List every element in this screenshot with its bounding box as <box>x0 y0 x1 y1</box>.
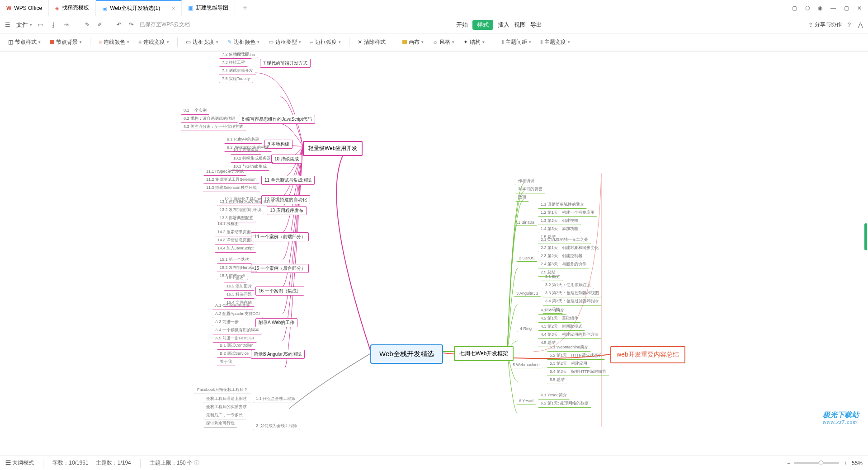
mindmap-node[interactable]: 全栈工程师的实质要求 <box>203 403 250 411</box>
fmt-node-style[interactable]: ◫ 节点样式 ▾ <box>5 38 43 46</box>
mindmap-node[interactable]: 14.1 线框图 <box>215 220 241 228</box>
minimap-indicator[interactable] <box>864 223 867 250</box>
mindmap-node[interactable]: 全栈工程师理念上阐述 <box>203 395 250 403</box>
mindmap-node[interactable]: 14.2 搜索结果页面 <box>215 228 254 236</box>
tab-view[interactable]: 视图 <box>514 21 526 29</box>
folder-icon[interactable]: ▭ <box>37 20 45 29</box>
mindmap-node[interactable]: 16.1 发布 <box>224 274 246 282</box>
mindmap-node[interactable]: 8.2 重构：设容易测试的代码 <box>181 115 238 123</box>
mindmap-node[interactable]: 8.1 一个实例 <box>181 107 209 115</box>
mindmap-node[interactable]: 11.1 RSpec单元测试 <box>203 168 246 176</box>
mindmap-node[interactable]: 15.1 第一个迭代 <box>217 256 252 264</box>
edit-icon[interactable]: ✐ <box>96 20 104 29</box>
mindmap-node[interactable]: 5.1 Webmachine简介 <box>547 343 591 352</box>
branch-seven-weeks[interactable]: 七周七Web开发框架 <box>454 346 514 361</box>
fmt-clear[interactable]: ✕ 清除样式 <box>355 38 388 46</box>
mindmap-node[interactable]: 13.2 发布到虚拟机环境 <box>217 206 264 214</box>
fmt-theme[interactable]: ☼ 风格 ▾ <box>430 38 457 46</box>
mindmap-node[interactable]: 2.4 第3天：与服务的协作 <box>538 260 589 268</box>
mindmap-canvas[interactable]: Web全栈开发精选 轻量级Web应用开发 七周七Web开发框架 web开发重要内… <box>0 52 868 443</box>
mindmap-node[interactable]: 作者访谈 <box>515 177 537 185</box>
wps-home-tab[interactable]: WWPS Office <box>0 0 49 16</box>
undo-icon[interactable]: ↶ <box>115 20 123 29</box>
mindmap-node[interactable]: 11 单元测试与集成测试 <box>261 176 315 185</box>
mindmap-node[interactable]: 1.2 第1天：构建一个书签应用 <box>538 209 597 217</box>
mindmap-node[interactable]: 1 Sinatra <box>515 219 537 226</box>
zoom-out-button[interactable]: − <box>787 460 790 466</box>
mindmap-node[interactable]: 5.5 总结 <box>547 376 567 384</box>
close-icon[interactable]: × <box>172 5 175 12</box>
fmt-spacing[interactable]: ⫴ 主题间距 ▾ <box>499 38 534 46</box>
maximize-icon[interactable]: ▢ <box>844 5 849 11</box>
mindmap-node[interactable]: 1.4 第3天：添加功能 <box>538 225 581 233</box>
mindmap-node[interactable]: 15.2 发布到Heroku <box>217 264 257 272</box>
mindmap-node[interactable]: 13 应用程序发布 <box>267 206 307 215</box>
mindmap-node[interactable]: A.1 CGI的相关背景 <box>212 302 253 310</box>
mindmap-node[interactable]: 14.3 详情信息页面 <box>215 236 254 244</box>
zoom-slider[interactable] <box>794 462 839 464</box>
branch-summary[interactable]: web开发重要内容总结 <box>610 346 685 363</box>
mindmap-node[interactable]: 7.2 依赖库管理 <box>219 52 252 59</box>
mindmap-node[interactable]: 16.2 添加图片 <box>224 282 255 291</box>
download-icon[interactable]: ⭳ <box>49 20 58 29</box>
share-button[interactable]: ⇪ 分享与协作 <box>808 21 842 28</box>
mindmap-node[interactable]: 5.4 第3天：探究HTTP深层细节 <box>547 368 609 376</box>
fmt-border-width[interactable]: ▭ 边框宽度 ▾ <box>183 38 221 46</box>
mindmap-node[interactable]: 关于我 <box>217 358 235 366</box>
tab-style[interactable]: 样式 <box>472 20 493 30</box>
mindmap-node[interactable]: 15 一个案例（后台部分） <box>251 264 309 273</box>
mindmap-node[interactable]: 8.3 关注点分离：另一种实现方式 <box>181 123 246 131</box>
mindmap-node[interactable]: 3.4 第3天：创建过滤器和指令 <box>542 297 602 306</box>
mindmap-node[interactable]: 2.1 CanJS的独一无二之处 <box>538 236 591 244</box>
fmt-node-bg[interactable]: 节点背景 ▾ <box>47 38 85 46</box>
mindmap-node[interactable]: 2.2 第1天：创建对象和同步变化 <box>538 244 601 252</box>
brush-icon[interactable]: ✎ <box>84 20 91 29</box>
mindmap-node[interactable]: 2. 如何成为全栈工程师 <box>253 422 300 430</box>
file-menu[interactable]: 文件 ▾ <box>16 21 32 29</box>
mindmap-node[interactable]: 11.3 搭建Selenium独立环境 <box>203 184 259 192</box>
fmt-width[interactable]: ⫴ 主题宽度 ▾ <box>538 38 573 46</box>
mindmap-node[interactable]: 4 Ring <box>517 325 534 332</box>
mindmap-node[interactable]: 4.4 第3天：构建应用的其他方法 <box>538 331 601 339</box>
mindmap-node[interactable]: 4.3 第2天：时间取模式 <box>538 323 585 331</box>
mindmap-node[interactable]: 10.2 持续集成服务器 <box>231 155 274 163</box>
cube-icon[interactable]: ⬡ <box>805 5 810 11</box>
mindmap-node[interactable]: Facebook只招全栈工程师？ <box>194 386 250 394</box>
redo-icon[interactable]: ↷ <box>127 20 135 29</box>
mindmap-node[interactable]: 11.2 集成测试工具Selenium <box>203 176 259 184</box>
mindmap-node[interactable]: B.2 测试Service <box>217 350 251 358</box>
close-window-icon[interactable]: ✕ <box>857 5 862 11</box>
mindmap-node[interactable]: A.3 前进一步 <box>212 318 241 326</box>
mindmap-node[interactable]: 1.3 第2天：创建视图 <box>538 217 581 225</box>
new-tab-button[interactable]: ＋ <box>235 0 255 16</box>
zoom-in-button[interactable]: ＋ <box>843 459 848 467</box>
mindmap-node[interactable]: 14 一个案例（前端部分） <box>251 232 309 241</box>
mindmap-node[interactable]: 10.1 环境搭建 <box>231 146 261 155</box>
mindmap-node[interactable]: 13.1 使用Heroku发布应用程序 <box>217 198 277 206</box>
export-icon[interactable]: ⇥ <box>62 20 70 29</box>
mindmap-node[interactable]: 1.1 什么是全栈工程师 <box>253 395 298 403</box>
outline-mode-button[interactable]: ☰ 大纲模式 <box>5 459 34 467</box>
fmt-line-color[interactable]: ≡ 连线颜色 ▾ <box>96 38 132 46</box>
mindmap-node[interactable]: 7.4 测试驱动开发 <box>219 67 256 75</box>
mindmap-node[interactable]: 3.1 概览 <box>542 273 563 281</box>
mindmap-node[interactable]: B.1 测试Controller <box>217 342 255 350</box>
mindmap-node[interactable]: A.4 一个稍微有用的脚本 <box>212 326 262 334</box>
mindmap-node[interactable]: 6 Yesod <box>516 398 536 404</box>
fmt-canvas[interactable]: 画布 ▾ <box>400 38 426 46</box>
mindmap-node[interactable]: 10 持续集成 <box>271 155 302 164</box>
fmt-border-radius[interactable]: ⌐ 边框弧度 ▾ <box>307 38 344 46</box>
mindmap-node[interactable]: 先精后广，一专多长 <box>203 411 245 419</box>
expand-icon[interactable]: ⋀ <box>857 20 864 29</box>
fmt-border-color[interactable]: ✎ 边框颜色 ▾ <box>225 38 262 46</box>
menu-icon[interactable]: ☰ <box>4 20 12 29</box>
central-node[interactable]: Web全栈开发精选 <box>370 344 443 364</box>
avatar-icon[interactable]: ◉ <box>818 5 822 11</box>
mindmap-node[interactable]: 6.2 第1天: 处理网络的数据 <box>538 400 591 408</box>
mindmap-node[interactable]: 附录B AngularJS的测试 <box>251 350 305 359</box>
fmt-line-width[interactable]: ≡ 连线宽度 ▾ <box>136 38 172 46</box>
mindmap-node[interactable]: 探讨剩余可行性 <box>203 419 237 428</box>
fmt-border-type[interactable]: ▭ 边框类型 ▾ <box>266 38 304 46</box>
fmt-struct[interactable]: ✦ 结构 ▾ <box>461 38 487 46</box>
mindmap-node[interactable]: 3 AngularJS <box>514 290 541 297</box>
